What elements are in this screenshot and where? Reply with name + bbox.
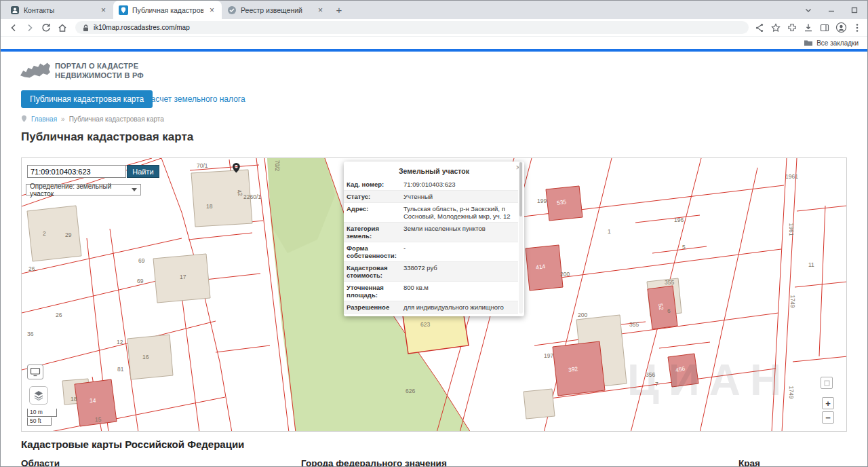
footer-col-regions: Области [21,458,60,467]
portal-logo-text: ПОРТАЛ О КАДАСТРЕ НЕДВИЖИМОСТИ В РФ [55,61,144,80]
map-search: Найти [27,165,159,178]
zoom-out-button[interactable]: − [822,411,834,424]
home-button[interactable] [55,20,70,35]
share-icon[interactable] [754,22,765,33]
map-pin-icon [21,115,27,123]
back-arrow-icon [8,22,19,33]
breadcrumb-separator: » [61,115,65,123]
window-controls [804,1,867,19]
square-icon [824,380,830,386]
address-bar[interactable]: ik10map.roscadastres.com/map [75,21,749,34]
scale-imperial: 50 ft [27,417,52,426]
tab-title: Реестр извещений [241,6,312,14]
reload-icon [41,22,52,33]
forward-arrow-icon [24,22,35,33]
contacts-favicon-icon [10,5,20,15]
logo-line-1: ПОРТАЛ О КАДАСТРЕ [55,61,144,71]
popup-row: Разрешенноедля индивидуального жилищного [344,301,518,314]
popup-row-label: Разрешенное [344,301,401,313]
popup-row-value: 800 кв.м [401,282,518,301]
popup-row-value: Тульская область, р-н Заокский, п Соснов… [401,203,518,222]
scale-metric: 10 m [27,409,57,417]
bookmark-star-icon[interactable] [770,22,781,33]
downloads-icon[interactable] [803,22,814,33]
popup-row: Форма собственности:- [344,242,518,262]
site-tab-public-map[interactable]: Публичная кадастровая карта [21,90,153,108]
cadastral-number-input[interactable] [27,165,126,178]
map-layers-button[interactable] [29,386,48,405]
screen-icon [30,367,41,377]
popup-scrollbar[interactable] [519,162,523,314]
map-view-mode-button[interactable] [27,365,43,379]
site-tab-land-tax[interactable]: Расчет земельного налога [146,94,245,104]
lock-icon [82,24,90,32]
browser-window: Контакты × Публичная кадастровая ка × Ре… [0,0,868,467]
tab-title: Контакты [24,6,95,14]
definition-select[interactable]: Определение: земельный участок [26,184,141,195]
popup-row: Категория земель:Земли населенных пункто… [344,223,518,242]
popup-row-value: Учтенный [401,191,518,202]
logo-line-2: НЕДВИЖИМОСТИ В РФ [55,71,144,80]
reload-button[interactable] [39,20,54,35]
popup-row: Уточненная площадь:800 кв.м [344,282,518,301]
menu-dots-icon[interactable] [852,22,862,33]
sidebar-icon[interactable] [819,22,830,33]
profile-avatar-icon[interactable] [835,22,847,33]
bookmarks-bar: Все закладки [1,36,867,49]
browser-tab-registry[interactable]: Реестр извещений × [222,1,330,19]
popup-row-value: 338072 руб [401,262,518,281]
toolbar-actions [754,22,862,33]
popup-row: Адрес:Тульская область, р-н Заокский, п … [344,203,518,223]
footer-col-federal-cities: Города федерального значения [301,458,447,467]
watermark: ЦИАН [627,355,791,405]
parcel-info-popup: × Земельный участок Кад. номер:71:09:010… [344,162,524,316]
popup-row-label: Статус: [344,191,401,202]
popup-row-label: Форма собственности: [344,242,401,261]
minimize-window-icon[interactable] [827,5,836,15]
maximize-window-icon[interactable] [850,5,859,15]
close-tab-icon[interactable]: × [99,5,108,15]
popup-row-label: Кадастровая стоимость: [344,262,401,281]
tab-title: Публичная кадастровая ка [132,6,203,14]
map-extra-button[interactable] [821,377,833,389]
home-icon [57,22,68,33]
web-page: ПОРТАЛ О КАДАСТРЕ НЕДВИЖИМОСТИ В РФ Публ… [1,52,867,467]
browser-toolbar: ik10map.roscadastres.com/map [1,19,867,36]
new-tab-button[interactable]: + [330,1,348,19]
url-text: ik10map.roscadastres.com/map [94,24,190,31]
popup-row-value: Земли населенных пунктов [401,223,518,242]
bookmarks-folder-icon [804,39,813,47]
portal-logo-russia-map-icon [20,60,51,80]
breadcrumb: Главная » Публичная кадастровая карта [21,115,164,123]
tab-search-chevron-icon[interactable] [804,5,813,15]
popup-row: Кад. номер:71:09:010403:623 [344,179,518,191]
all-bookmarks-label[interactable]: Все закладки [816,39,859,47]
popup-row-value: для индивидуального жилищного [401,301,518,313]
breadcrumb-home-link[interactable]: Главная [31,115,57,123]
extensions-icon[interactable] [787,22,797,33]
popup-row-label: Адрес: [344,203,401,222]
cadastral-map[interactable]: 70/170/2422260/1182292669176926361216811… [21,157,847,432]
definition-select-value: Определение: земельный участок [30,183,132,198]
browser-tab-contacts[interactable]: Контакты × [5,1,113,19]
map-favicon-icon [119,5,128,15]
popup-row-label: Категория земель: [344,223,401,242]
popup-row-label: Уточненная площадь: [344,282,401,301]
footer-col-krai: Края [738,458,760,467]
search-button[interactable]: Найти [127,165,159,178]
back-button[interactable] [6,20,21,35]
close-tab-icon[interactable]: × [316,5,325,15]
browser-tab-cadastre-map[interactable]: Публичная кадастровая ка × [113,1,222,19]
scrollbar-thumb[interactable] [519,162,522,217]
popup-rows: Кад. номер:71:09:010403:623Статус:Учтенн… [344,179,524,316]
zoom-in-button[interactable]: + [822,397,834,409]
popup-row-value: 71:09:010403:623 [401,179,518,190]
popup-row-value: - [401,242,518,261]
popup-row: Кадастровая стоимость:338072 руб [344,262,518,282]
popup-title: Земельный участок [344,162,524,179]
map-scale-control: 10 m 50 ft [27,409,57,426]
breadcrumb-current: Публичная кадастровая карта [69,115,164,123]
close-tab-icon[interactable]: × [208,5,216,15]
forward-button[interactable] [22,20,37,35]
chevron-down-icon [132,188,137,191]
